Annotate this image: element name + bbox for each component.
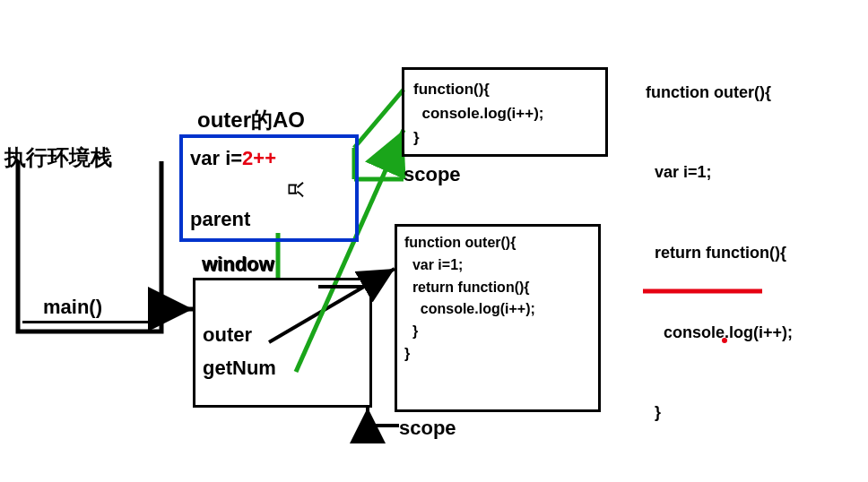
stack-main-label: main() [43, 296, 102, 319]
window-label-top: window [202, 253, 274, 276]
code-line-3: return function(){ [646, 240, 801, 267]
svg-line-6 [354, 90, 404, 148]
getnum-label: getNum [203, 357, 276, 380]
outer-label: outer [203, 323, 252, 347]
window-box: window outer getNum [193, 278, 372, 408]
code-line-2: var i=1; [646, 159, 801, 186]
scope-label-1: scope [404, 163, 461, 186]
ao-box: var i=2++ parent 只 [179, 134, 359, 242]
code-line-1: function outer(){ [646, 80, 801, 107]
exec-stack-title: 执行环境栈 [4, 143, 112, 172]
scope-label-2: scope [399, 417, 456, 440]
source-code-block: function outer(){ var i=1; return functi… [646, 27, 801, 482]
code-line-4: console.log(i++); [646, 320, 801, 347]
outer-func-box: function outer(){ var i=1; return functi… [395, 224, 601, 412]
ao-var-value: 2++ [242, 147, 276, 169]
code-line-5: } [646, 400, 801, 426]
stack-divider [22, 321, 157, 323]
ao-parent-label: parent [190, 208, 250, 231]
outer-func-code: function outer(){ var i=1; return functi… [404, 232, 591, 366]
outer-ao-title: outer的AO [197, 106, 305, 134]
ao-marker: 只 [285, 181, 307, 197]
ao-var-text: var i= [190, 147, 242, 169]
inner-func-code: function(){ console.log(i++); } [413, 77, 596, 151]
inner-func-box: function(){ console.log(i++); } [402, 67, 608, 157]
ao-var-label: var i=2++ [190, 147, 276, 170]
